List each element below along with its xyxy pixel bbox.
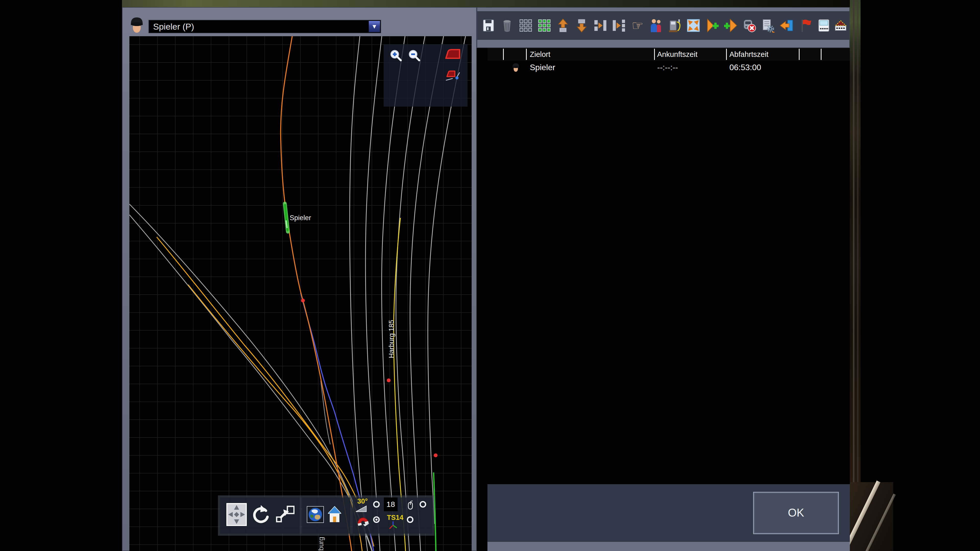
- row-driver-avatar-icon: [511, 62, 520, 73]
- track-map-svg: [129, 36, 472, 551]
- chevron-down-icon[interactable]: ▼: [368, 21, 380, 32]
- row-ankunftszeit: --:--:--: [657, 61, 678, 74]
- row-zielort: Spieler: [530, 61, 555, 74]
- row-abfahrtszeit: 06:53:00: [729, 61, 761, 74]
- timetable-row[interactable]: Spieler --:--:-- 06:53:00: [487, 61, 850, 74]
- pan-tool-icon[interactable]: [226, 503, 247, 526]
- timetable-window: Zielort Ankunftszeit Abfahrtszeit Spiele…: [487, 48, 850, 551]
- segment-value: 18: [387, 500, 395, 508]
- signal-dot-2[interactable]: [387, 379, 391, 383]
- driver-avatar-icon: [129, 16, 145, 35]
- zoom-in-icon[interactable]: [389, 49, 402, 62]
- track-stub: [321, 381, 330, 445]
- loco-large-icon[interactable]: [444, 48, 461, 60]
- signal-dot-3[interactable]: [434, 454, 438, 457]
- insert-before-icon[interactable]: [593, 18, 608, 33]
- track-map-canvas[interactable]: Spieler Harburg 185 Harburg: [129, 36, 472, 551]
- segment-value-box[interactable]: 18: [384, 497, 398, 511]
- home-icon[interactable]: [328, 506, 341, 523]
- delete-icon[interactable]: [500, 18, 514, 33]
- gravel-patch: [850, 482, 893, 551]
- mouse-mode-radio[interactable]: [420, 501, 426, 508]
- grid-filled-icon[interactable]: [537, 18, 552, 33]
- train-selector-value: Spieler (P): [153, 21, 194, 33]
- rotate-tool-icon[interactable]: [251, 505, 270, 524]
- timetable-window-toolbar-frame: ☞: [477, 7, 850, 48]
- rail-left: [853, 0, 854, 551]
- gradient-value: 30°: [357, 497, 368, 505]
- column-abfahrtszeit: Abfahrtszeit: [729, 48, 768, 61]
- zoom-out-icon[interactable]: [407, 49, 421, 62]
- insert-after-icon[interactable]: [612, 18, 626, 33]
- coordinate-radio[interactable]: [407, 516, 414, 523]
- track-white-3: [382, 36, 405, 551]
- add-waypoint-after-icon[interactable]: [724, 18, 738, 33]
- header-separator: [799, 49, 800, 60]
- ok-button[interactable]: OK: [753, 492, 839, 534]
- add-waypoint-before-icon[interactable]: [705, 18, 719, 33]
- loco-small-icon[interactable]: [445, 68, 461, 82]
- map-control-panel: [383, 44, 468, 106]
- track-white-5: [410, 36, 444, 551]
- go-to-icon[interactable]: [780, 18, 794, 33]
- dialog-footer: OK: [487, 484, 850, 542]
- jump-tool-icon[interactable]: [275, 505, 294, 524]
- gradient-tool-icon[interactable]: 30°: [356, 499, 371, 512]
- move-down-icon[interactable]: [574, 18, 589, 33]
- ticket-machine-icon[interactable]: [817, 18, 831, 33]
- gradient-radio[interactable]: [373, 501, 380, 508]
- header-separator: [503, 49, 504, 60]
- signal-dot-1[interactable]: [301, 299, 305, 303]
- column-zielort: Zielort: [530, 48, 550, 61]
- header-separator: [726, 49, 727, 60]
- save-icon[interactable]: [481, 18, 496, 33]
- mouse-icon: [408, 500, 413, 510]
- track-white-2: [366, 36, 382, 551]
- dim-rail: [856, 494, 896, 551]
- timetable-toolbar: ☞: [477, 11, 850, 40]
- hand-pointer-icon[interactable]: ☞: [630, 18, 645, 33]
- remove-train-icon[interactable]: [742, 18, 756, 33]
- train-selector[interactable]: Spieler (P) ▼: [148, 20, 381, 33]
- window-bottom-frame: [487, 542, 850, 551]
- center-view-icon[interactable]: [686, 18, 700, 33]
- player-marker-label: Spieler: [290, 214, 311, 222]
- column-ankunftszeit: Ankunftszeit: [657, 48, 697, 61]
- map-window: Spieler (P) ▼: [122, 7, 477, 551]
- schedule-settings-icon[interactable]: [761, 18, 775, 33]
- header-separator: [654, 49, 655, 60]
- snap-radio-selected[interactable]: [373, 516, 380, 523]
- track-white-1: [350, 36, 368, 551]
- coordinate-system-label: TS14: [387, 514, 404, 522]
- flag-icon[interactable]: [798, 18, 812, 33]
- depot-icon[interactable]: [834, 18, 848, 33]
- coordinate-system-icon[interactable]: TS14: [387, 514, 407, 530]
- scene-right-strip: [850, 0, 980, 551]
- map-toolbar: 30° 18: [218, 495, 434, 536]
- fuel-pump-icon[interactable]: [668, 18, 682, 33]
- scene-track-band: [850, 0, 861, 551]
- track-white-6: [428, 36, 466, 524]
- header-separator: [821, 49, 821, 60]
- move-up-icon[interactable]: [556, 18, 570, 33]
- globe-icon[interactable]: [307, 506, 324, 523]
- passengers-icon[interactable]: [649, 18, 663, 33]
- header-separator: [526, 49, 527, 60]
- track-player-orange: [281, 36, 352, 551]
- timetable-header: Zielort Ankunftszeit Abfahrtszeit: [487, 48, 850, 61]
- harburg-185-label: Harburg 185: [388, 320, 396, 358]
- rail-right: [857, 0, 859, 551]
- harburg-label: Harburg: [317, 537, 325, 551]
- grid-empty-icon[interactable]: [519, 18, 533, 33]
